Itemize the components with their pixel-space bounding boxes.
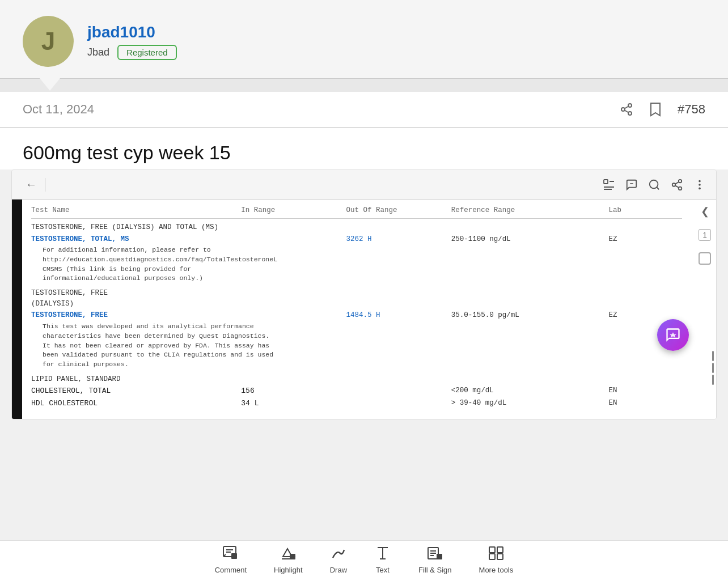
registered-badge: Registered (117, 45, 177, 60)
col-in-range: In Range (241, 205, 346, 216)
svg-point-1 (621, 108, 625, 111)
test-name-free: TESTOSTERONE, FREE (31, 310, 241, 321)
pdf-main: Test Name In Range Out Of Range Referenc… (22, 200, 693, 419)
pdf-toolbar-divider (45, 178, 45, 192)
text-tool[interactable]: Text (374, 545, 391, 574)
resize-handle[interactable] (712, 351, 714, 385)
test-row-total-ms: TESTOSTERONE, TOTAL, MS 3262 H 250-1100 … (31, 234, 682, 245)
svg-rect-38 (497, 547, 503, 553)
post-title: 600mg test cyp week 15 (0, 128, 728, 169)
bottom-toolbar: + Comment ✏ Highlight Draw (0, 540, 728, 581)
pdf-right-nav: ❮ 1 (693, 200, 716, 419)
post-actions: #758 (620, 102, 705, 117)
test-ref-hdl: > 39-40 mg/dL (451, 398, 609, 409)
pdf-more-button[interactable] (693, 179, 706, 191)
fill-sign-icon: ✎ (426, 545, 443, 563)
fill-sign-tool[interactable]: ✎ Fill & Sign (418, 545, 452, 574)
svg-point-14 (679, 186, 682, 190)
comment-tool[interactable]: + Comment (215, 545, 247, 574)
test-value-total: 3262 H (346, 234, 451, 245)
pdf-page-number: 1 (699, 229, 710, 241)
fill-sign-label: Fill & Sign (418, 566, 452, 574)
pdf-content: Test Name In Range Out Of Range Referenc… (12, 200, 716, 419)
draw-icon (330, 545, 347, 563)
pdf-toolbar-left: ← (22, 176, 45, 193)
test-row-free: TESTOSTERONE, FREE 1484.5 H 35.0-155.0 p… (31, 310, 682, 321)
post-date: Oct 11, 2024 (23, 102, 94, 117)
test-name-total: TESTOSTERONE, TOTAL, MS (31, 234, 241, 245)
test-ref-total: 250-1100 ng/dL (451, 234, 609, 245)
svg-line-11 (657, 187, 659, 189)
svg-point-19 (699, 187, 701, 189)
svg-rect-39 (489, 554, 495, 559)
text-icon (374, 545, 391, 563)
text-label: Text (376, 566, 390, 574)
display-name: Jbad (87, 46, 109, 58)
post-number: #758 (678, 102, 705, 117)
test-lab-total: EZ (608, 234, 682, 245)
chevron-divider (0, 78, 728, 92)
highlight-label: Highlight (274, 566, 303, 574)
pdf-outline-button[interactable] (603, 179, 615, 191)
lab-note-free: This test was developed and its analytic… (43, 322, 682, 369)
svg-rect-37 (489, 547, 495, 553)
pdf-share-button[interactable] (671, 179, 683, 191)
test-name-cholesterol: CHOLESTEROL, TOTAL (31, 385, 241, 397)
draw-tool[interactable]: Draw (330, 545, 347, 574)
svg-rect-5 (604, 180, 608, 184)
pdf-viewer: ← (11, 169, 717, 419)
svg-text:✏: ✏ (290, 554, 295, 559)
profile-section: J jbad1010 Jbad Registered (0, 0, 728, 78)
ai-chat-button[interactable] (657, 319, 689, 351)
svg-point-0 (628, 104, 632, 107)
svg-line-3 (625, 111, 629, 113)
svg-text:✎: ✎ (438, 554, 442, 559)
comment-label: Comment (215, 566, 247, 574)
pdf-toolbar: ← (12, 170, 716, 200)
col-out-range: Out Of Range (346, 205, 451, 216)
lab-section-testosterone-total: TESTOSTERONE, FREE (DIALYSIS) AND TOTAL … (31, 222, 682, 283)
test-ref-cholesterol: <200 mg/dL (451, 385, 609, 396)
more-tools-button[interactable]: More tools (479, 545, 514, 574)
lab-section-lipid: LIPID PANEL, STANDARD CHOLESTEROL, TOTAL… (31, 374, 682, 409)
username[interactable]: jbad1010 (87, 23, 177, 41)
highlight-icon: ✏ (280, 545, 297, 563)
col-reference: Reference Range (451, 205, 609, 216)
test-value-hdl: 34 L (241, 398, 346, 409)
post-meta: Oct 11, 2024 #758 (0, 92, 728, 128)
pdf-search-button[interactable] (648, 179, 661, 191)
profile-row: Jbad Registered (87, 45, 177, 60)
test-row-cholesterol: CHOLESTEROL, TOTAL 156 <200 mg/dL EN (31, 385, 682, 397)
pdf-collapse-button[interactable]: ❮ (701, 205, 709, 218)
test-value-cholesterol: 156 (241, 385, 346, 397)
svg-point-10 (650, 180, 658, 188)
test-ref-free: 35.0-155.0 pg/mL (451, 310, 609, 321)
col-test-name: Test Name (31, 205, 241, 216)
more-tools-icon (488, 545, 505, 563)
svg-text:+: + (232, 553, 235, 559)
svg-point-18 (699, 184, 701, 186)
highlight-tool[interactable]: ✏ Highlight (274, 545, 303, 574)
test-lab-hdl: EN (608, 398, 682, 409)
pdf-back-button[interactable]: ← (22, 176, 40, 193)
section-title-3: LIPID PANEL, STANDARD (31, 374, 682, 385)
svg-line-16 (675, 181, 679, 184)
lab-header-row: Test Name In Range Out Of Range Referenc… (31, 205, 682, 219)
test-lab-cholesterol: EN (608, 385, 682, 396)
svg-line-4 (625, 107, 629, 109)
profile-info: jbad1010 Jbad Registered (87, 23, 177, 60)
share-button[interactable] (620, 103, 633, 116)
test-name-hdl: HDL CHOLESTEROL (31, 398, 241, 409)
lab-note-total: For additional information, please refer… (43, 245, 682, 283)
pdf-comment-button[interactable] (625, 179, 638, 191)
test-row-hdl: HDL CHOLESTEROL 34 L > 39-40 mg/dL EN (31, 398, 682, 409)
col-lab: Lab (608, 205, 682, 216)
svg-point-17 (699, 180, 701, 182)
more-tools-label: More tools (479, 566, 514, 574)
svg-point-12 (679, 179, 682, 183)
bookmark-button[interactable] (649, 102, 662, 117)
lab-section-testosterone-free: TESTOSTERONE, FREE(DIALYSIS) TESTOSTERON… (31, 288, 682, 370)
pdf-checkbox[interactable] (699, 252, 711, 265)
svg-rect-40 (497, 554, 503, 559)
draw-label: Draw (330, 566, 347, 574)
